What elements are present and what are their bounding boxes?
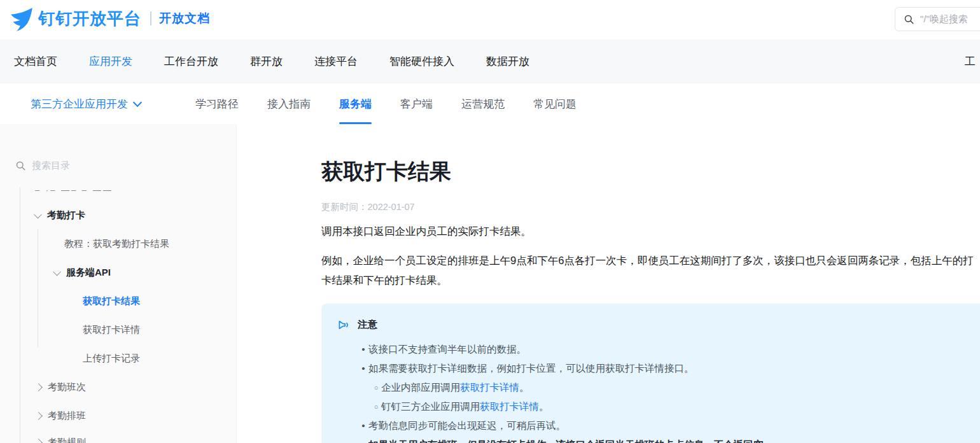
category-dropdown-label: 第三方企业应用开发 [31,97,128,111]
tree-item-attendance-rule[interactable]: 考勤规则 [36,435,86,443]
tree-item-attendance-shift[interactable]: 考勤班次 [36,380,86,394]
search-placeholder: "/"唤起搜索 [920,13,968,25]
sidebar: 搜索目录 – ·– —– – —— 考勤打卡 教程：获取考勤打卡结果 服务端AP… [0,124,237,443]
logo-title: 钉钉开放平台 [38,8,141,30]
header: 钉钉开放平台 开放文档 "/"唤起搜索 [0,0,980,39]
nav-item-doc-home[interactable]: 文档首页 [14,54,57,69]
tab-faq[interactable]: 常见问题 [533,83,577,124]
note-link-get-clock-detail[interactable]: 获取打卡详情 [460,382,519,393]
tree-item-get-clock-result[interactable]: 获取打卡结果 [83,294,140,308]
logo-divider [150,11,151,25]
paragraph-example: 例如，企业给一个员工设定的排班是上午9点和下午6点各打一次卡，即使员工在这期间打… [321,251,974,290]
note-sub-item: ○ 钉钉三方企业应用调用获取打卡详情。 [337,397,962,416]
tree-guide-line [38,229,38,348]
chevron-down-icon [34,210,42,218]
note-item: • 如果需要获取打卡详细数据，例如打卡位置，可以使用获取打卡详情接口。 [337,359,962,378]
main-content: 获取打卡结果 更新时间：2022-01-07 调用本接口返回企业内员工的实际打卡… [237,124,980,443]
sub-nav: 第三方企业应用开发 学习路径 接入指南 服务端 客户端 运营规范 常见问题 [0,83,980,124]
nav-item-group-open[interactable]: 群开放 [250,54,283,69]
update-time: 更新时间：2022-01-07 [321,201,980,213]
search-icon [15,160,26,171]
tab-learning-path[interactable]: 学习路径 [195,83,239,124]
nav-item-overflow[interactable]: 工 [965,54,976,69]
logo[interactable]: 钉钉开放平台 开放文档 [9,6,210,31]
nav-item-data-open[interactable]: 数据开放 [486,54,529,69]
note-link-get-clock-detail[interactable]: 获取打卡详情 [480,401,539,412]
dingtalk-wing-icon [9,6,34,31]
header-search-input[interactable]: "/"唤起搜索 [895,7,980,31]
chevron-right-icon [34,383,43,391]
main-nav: 文档首页 应用开发 工作台开放 群开放 连接平台 智能硬件接入 数据开放 工 [0,39,980,83]
category-dropdown[interactable]: 第三方企业应用开发 [31,83,141,124]
tree-item-attendance-schedule[interactable]: 考勤排班 [36,409,86,423]
nav-item-app-dev[interactable]: 应用开发 [89,54,132,69]
note-item: • 如果当天用户有排班，但是没有打卡操作，该接口会返回当天排班的卡点信息，不会返… [337,435,962,443]
note-item: • 考勤信息同步可能会出现延迟，可稍后再试。 [337,416,962,435]
tree-item-tutorial-get-result[interactable]: 教程：获取考勤打卡结果 [64,237,169,251]
note-sub-item: ○ 企业内部应用调用获取打卡详情。 [337,378,962,397]
sidebar-search-input[interactable]: 搜索目录 [15,160,70,172]
tree-item-clipped-top[interactable]: – ·– —– – —— [35,185,113,195]
sidebar-search-placeholder: 搜索目录 [32,160,70,172]
tab-client-side[interactable]: 客户端 [400,83,433,124]
logo-subtitle: 开放文档 [159,10,210,27]
nav-item-smart-hardware[interactable]: 智能硬件接入 [389,54,454,69]
note-item: • 该接口不支持查询半年以前的数据。 [337,340,962,359]
tab-server-side[interactable]: 服务端 [339,83,372,124]
chevron-down-icon [133,98,142,107]
tree-item-get-clock-detail[interactable]: 获取打卡详情 [83,323,140,337]
paragraph-intro: 调用本接口返回企业内员工的实际打卡结果。 [321,222,974,241]
tree-item-upload-clock-record[interactable]: 上传打卡记录 [83,351,140,365]
tree-item-attendance-clock[interactable]: 考勤打卡 [35,208,85,222]
nav-item-workbench-open[interactable]: 工作台开放 [164,54,218,69]
tab-operation-rules[interactable]: 运营规范 [461,83,505,124]
note-list: • 该接口不支持查询半年以前的数据。 • 如果需要获取打卡详细数据，例如打卡位置… [337,340,962,443]
nav-item-connect-platform[interactable]: 连接平台 [314,54,358,69]
tree-item-server-api[interactable]: 服务端API [54,265,111,279]
note-header: 注意 [337,318,962,332]
chevron-right-icon [34,439,43,443]
sub-nav-tabs: 学习路径 接入指南 服务端 客户端 运营规范 常见问题 [195,83,577,124]
chevron-down-icon [53,267,61,276]
note-title: 注意 [358,318,377,332]
tree-guide-line [20,187,20,443]
chevron-right-icon [34,412,43,420]
megaphone-icon [337,318,350,332]
search-icon [904,14,914,25]
note-box: 注意 • 该接口不支持查询半年以前的数据。 • 如果需要获取打卡详细数据，例如打… [321,304,980,443]
page-title: 获取打卡结果 [321,157,980,186]
tab-integration-guide[interactable]: 接入指南 [267,83,311,124]
